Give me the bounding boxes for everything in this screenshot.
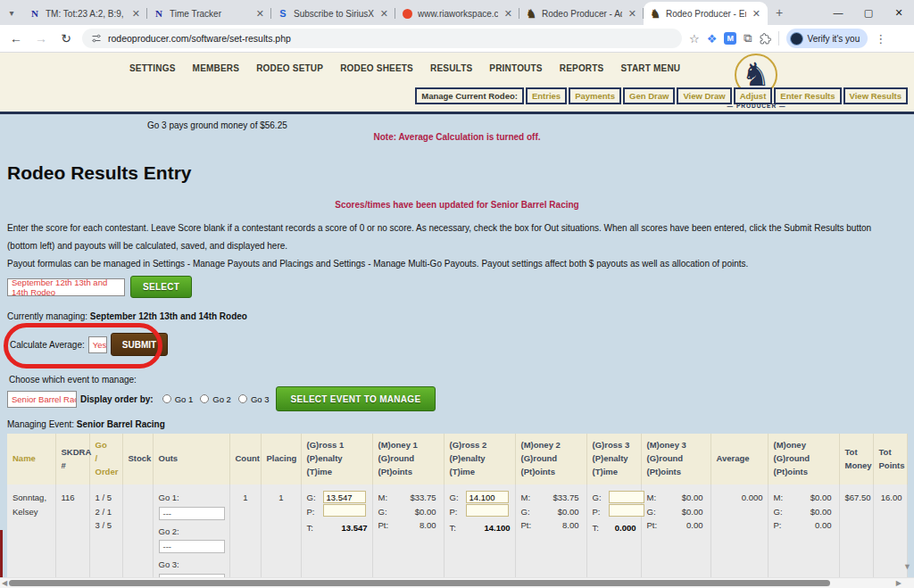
col-header-count: Count bbox=[229, 434, 261, 484]
tab-title: Rodeo Producer - Enter Re... bbox=[666, 9, 746, 19]
nav-settings[interactable]: SETTINGS bbox=[129, 63, 176, 73]
tab-search-icon[interactable]: ▾ bbox=[0, 0, 23, 25]
nav-members[interactable]: MEMBERS bbox=[193, 63, 240, 73]
gross3-input[interactable] bbox=[609, 491, 644, 503]
cell-placing: 1 bbox=[261, 484, 301, 588]
vertical-scroll-down-icon[interactable]: ▼ bbox=[903, 562, 911, 571]
penalty1-input[interactable] bbox=[323, 504, 366, 517]
ground-label: G: bbox=[521, 505, 530, 519]
verify-profile-button[interactable]: Verify it's you bbox=[786, 29, 868, 48]
browser-tab-3[interactable]: S Subscribe to SiriusXM ✕ bbox=[271, 2, 395, 25]
points-label: Pt: bbox=[647, 518, 658, 533]
scrollbar-thumb[interactable] bbox=[9, 580, 830, 586]
rodeo-select[interactable]: September 12th 13th and 14th Rodeo bbox=[7, 278, 125, 296]
col-header-name: Name bbox=[7, 434, 55, 484]
tab-close-icon[interactable]: ✕ bbox=[627, 8, 638, 20]
time-label: T: bbox=[593, 521, 605, 535]
tab-title: Rodeo Producer - Advance... bbox=[542, 9, 622, 19]
browser-tab-4[interactable]: www.riaworkspace.com: O... ✕ bbox=[395, 2, 519, 25]
gmail-extension-icon[interactable]: M bbox=[724, 32, 736, 45]
points3-value: 0.00 bbox=[686, 518, 703, 533]
event-select[interactable]: Senior Barrel Racing bbox=[7, 391, 77, 408]
tab-close-icon[interactable]: ✕ bbox=[254, 8, 266, 20]
cell-outs: Go 1: --- Go 2: --- Go 3: --- bbox=[153, 484, 229, 588]
calculate-average-label: Calculate Average: bbox=[10, 340, 85, 350]
penalty3-input[interactable] bbox=[609, 504, 644, 517]
managing-event-value: Senior Barrel Racing bbox=[77, 419, 165, 429]
managing-event-line: Managing Event: Senior Barrel Racing bbox=[7, 419, 165, 429]
submit-average-button[interactable]: SUBMIT bbox=[111, 333, 168, 356]
cell-money3: M:$0.00 G:$0.00 Pt:0.00 bbox=[641, 484, 710, 588]
payments-button[interactable]: Payments bbox=[569, 87, 621, 104]
entries-button[interactable]: Entries bbox=[526, 87, 567, 104]
ground-label: G: bbox=[774, 505, 783, 519]
reading-list-icon[interactable]: ⧉ bbox=[744, 31, 752, 46]
extensions-puzzle-icon[interactable] bbox=[760, 33, 771, 45]
go2-radio[interactable] bbox=[200, 394, 209, 403]
extension-tag-icon[interactable]: ❖ bbox=[707, 32, 718, 46]
nav-rodeo-sheets[interactable]: RODEO SHEETS bbox=[340, 63, 413, 73]
money-label: M: bbox=[647, 491, 657, 505]
money2-value: $33.75 bbox=[553, 491, 578, 505]
calculate-average-select[interactable]: Yes bbox=[88, 336, 107, 353]
results-table: Name SKDRA # Go / Order Stock Outs Count… bbox=[7, 434, 908, 588]
forward-icon[interactable]: → bbox=[32, 31, 50, 46]
scroll-right-icon[interactable]: ▶ bbox=[896, 579, 902, 587]
nav-reports[interactable]: REPORTS bbox=[560, 63, 604, 73]
address-bar[interactable]: rodeoproducer.com/software/set-results.p… bbox=[82, 29, 682, 48]
new-tab-button[interactable]: + bbox=[768, 0, 791, 25]
penalty2-input[interactable] bbox=[466, 504, 509, 517]
close-button[interactable]: ✕ bbox=[884, 0, 914, 25]
col-header-average: Average bbox=[710, 434, 768, 484]
table-header-row: Name SKDRA # Go / Order Stock Outs Count… bbox=[7, 434, 907, 484]
profile-avatar bbox=[790, 32, 803, 46]
browser-tab-1[interactable]: N TM: Tot:23 A:2, B:9, C:9, D:2 ✕ bbox=[23, 2, 147, 25]
gross1-input[interactable] bbox=[323, 491, 366, 503]
nav-results[interactable]: RESULTS bbox=[430, 63, 472, 73]
select-rodeo-button[interactable]: SELECT bbox=[130, 276, 192, 298]
tab-close-icon[interactable]: ✕ bbox=[751, 8, 762, 20]
horizontal-scrollbar[interactable]: ◀ ▶ bbox=[0, 577, 914, 588]
out-go2-label: Go 2: bbox=[159, 525, 225, 539]
browser-tab-5[interactable]: ♞ Rodeo Producer - Advance... ✕ bbox=[519, 2, 644, 25]
nav-printouts[interactable]: PRINTOUTS bbox=[489, 63, 542, 73]
nav-rodeo-setup[interactable]: RODEO SETUP bbox=[256, 63, 323, 73]
go3-radio[interactable] bbox=[238, 394, 247, 403]
calculate-average-row: Calculate Average: Yes SUBMIT bbox=[10, 333, 168, 356]
time-label: T: bbox=[307, 521, 320, 535]
verify-label: Verify it's you bbox=[808, 34, 860, 44]
back-icon[interactable]: ← bbox=[7, 31, 25, 46]
site-settings-icon[interactable] bbox=[91, 33, 102, 44]
col-header-stock: Stock bbox=[122, 434, 153, 484]
nav-start-menu[interactable]: START MENU bbox=[620, 63, 680, 73]
cell-tot-points: 16.00 bbox=[873, 484, 907, 588]
out-go1-select[interactable]: --- bbox=[159, 507, 225, 520]
bookmark-star-icon[interactable]: ☆ bbox=[689, 32, 700, 46]
col-header-go-order: Go / Order bbox=[89, 434, 122, 484]
go2-radio-label: Go 2 bbox=[212, 394, 231, 404]
siriusxm-favicon: S bbox=[277, 7, 289, 20]
scroll-left-icon[interactable]: ◀ bbox=[2, 579, 7, 587]
select-event-button[interactable]: SELECT EVENT TO MANAGE bbox=[276, 386, 436, 411]
maximize-button[interactable]: ▢ bbox=[853, 0, 884, 25]
gross2-input[interactable] bbox=[466, 491, 509, 503]
out-go2-select[interactable]: --- bbox=[159, 540, 225, 553]
manage-current-rodeo-bar: Manage Current Rodeo: Entries Payments G… bbox=[415, 87, 908, 104]
tab-close-icon[interactable]: ✕ bbox=[503, 8, 514, 20]
view-results-button[interactable]: View Results bbox=[843, 87, 908, 104]
time-label: T: bbox=[450, 521, 462, 535]
minimize-button[interactable]: — bbox=[823, 0, 853, 25]
producer-label: — PRODUCER — bbox=[710, 103, 803, 109]
tab-close-icon[interactable]: ✕ bbox=[130, 8, 142, 20]
reload-icon[interactable]: ↻ bbox=[57, 31, 75, 46]
browser-tab-2[interactable]: N Time Tracker ✕ bbox=[147, 2, 271, 25]
tab-close-icon[interactable]: ✕ bbox=[378, 8, 390, 20]
go1-radio[interactable] bbox=[162, 394, 171, 403]
penalty-label: P: bbox=[307, 505, 320, 519]
horse-favicon: ♞ bbox=[525, 7, 537, 20]
browser-menu-icon[interactable]: ⋮ bbox=[875, 32, 886, 46]
gen-draw-button[interactable]: Gen Draw bbox=[623, 87, 675, 104]
money-ground-m-value: $0.00 bbox=[810, 491, 832, 505]
browser-tab-active[interactable]: ♞ Rodeo Producer - Enter Re... ✕ bbox=[644, 2, 768, 25]
results-table-wrapper: Name SKDRA # Go / Order Stock Outs Count… bbox=[7, 434, 908, 588]
